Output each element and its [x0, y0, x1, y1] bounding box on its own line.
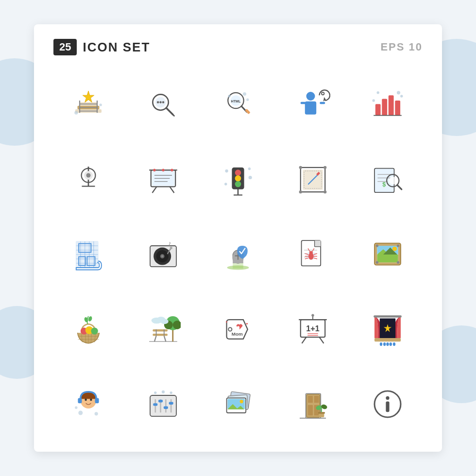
svg-line-154	[164, 336, 166, 342]
svg-point-187	[393, 342, 395, 346]
eps-label: EPS 10	[380, 41, 423, 53]
svg-point-178	[311, 314, 314, 317]
svg-rect-156	[153, 329, 168, 332]
svg-point-229	[386, 396, 389, 400]
svg-point-135	[392, 247, 397, 251]
svg-point-206	[162, 391, 165, 393]
svg-line-17	[172, 114, 174, 116]
svg-point-137	[397, 244, 399, 247]
icon-child-headphones	[53, 369, 123, 439]
svg-point-30	[322, 92, 324, 95]
svg-point-101	[161, 255, 164, 257]
icon-music-player	[53, 145, 123, 215]
svg-rect-28	[301, 102, 306, 104]
svg-point-189	[85, 399, 87, 401]
svg-point-73	[299, 190, 302, 193]
svg-rect-29	[320, 102, 325, 104]
svg-line-83	[397, 185, 402, 189]
svg-point-37	[377, 91, 379, 94]
icon-bar-chart	[353, 70, 423, 140]
svg-point-190	[90, 399, 92, 401]
svg-point-14	[159, 101, 162, 103]
svg-text:HTML: HTML	[231, 99, 241, 103]
svg-point-139	[397, 261, 399, 264]
icon-info-circle	[353, 369, 423, 439]
icon-theater-stage	[353, 294, 423, 364]
svg-rect-202	[158, 400, 163, 402]
svg-point-54	[153, 169, 155, 171]
svg-point-60	[235, 170, 241, 176]
svg-point-138	[376, 261, 378, 264]
icon-html-search: HTML	[203, 70, 273, 140]
svg-point-62	[235, 181, 241, 187]
icon-turntable: ♪	[128, 220, 198, 289]
svg-point-195	[75, 407, 77, 409]
svg-point-63	[225, 170, 228, 172]
svg-rect-201	[153, 403, 157, 406]
svg-rect-179	[374, 338, 401, 341]
svg-point-205	[154, 391, 156, 394]
svg-point-186	[390, 342, 392, 346]
icon-door-plant	[278, 369, 348, 439]
main-card: 25 ICON SET EPS 10	[34, 24, 442, 452]
svg-point-82	[389, 177, 397, 185]
svg-point-184	[383, 342, 386, 346]
icon-grave-shield	[203, 220, 273, 289]
icon-presentation	[128, 145, 198, 215]
svg-text:♪: ♪	[169, 240, 171, 246]
svg-point-149	[91, 327, 98, 334]
svg-rect-223	[318, 412, 325, 414]
page-title: ICON SET	[83, 40, 150, 55]
svg-point-39	[373, 99, 375, 102]
svg-point-103	[170, 247, 172, 249]
svg-marker-112	[315, 240, 321, 247]
icon-math-board: 1+1	[278, 294, 348, 364]
svg-line-52	[153, 187, 157, 193]
svg-line-173	[302, 337, 306, 343]
icon-photos-gallery	[203, 369, 273, 439]
svg-point-72	[323, 166, 326, 169]
icon-christmas-tree	[53, 70, 123, 140]
icon-grid: HTML	[53, 70, 423, 439]
svg-point-55	[170, 169, 173, 171]
svg-marker-8	[83, 91, 94, 102]
svg-line-174	[320, 337, 324, 343]
svg-point-15	[162, 101, 165, 103]
svg-rect-204	[169, 402, 173, 405]
svg-point-136	[376, 244, 378, 247]
svg-text:Mom: Mom	[232, 331, 243, 337]
svg-point-213	[240, 400, 243, 403]
svg-point-64	[248, 168, 251, 170]
icon-mom-tag: Mom ♥ ♥	[203, 294, 273, 364]
svg-point-183	[380, 342, 382, 346]
icon-equalizer	[128, 369, 198, 439]
svg-point-166	[228, 327, 232, 331]
svg-line-53	[170, 187, 174, 193]
svg-text:♥: ♥	[246, 322, 248, 326]
svg-point-71	[299, 166, 302, 169]
icon-fruit-basket	[53, 294, 123, 364]
svg-point-45	[86, 173, 91, 178]
icon-person-settings	[278, 70, 348, 140]
svg-rect-230	[386, 402, 389, 412]
svg-rect-33	[382, 99, 387, 115]
svg-point-61	[235, 175, 241, 182]
svg-point-25	[246, 99, 249, 101]
icon-traffic-light	[203, 145, 273, 215]
svg-point-26	[306, 92, 315, 101]
icon-photo-frame	[278, 145, 348, 215]
icon-bug-report	[278, 220, 348, 289]
svg-rect-155	[153, 334, 168, 336]
svg-point-74	[323, 190, 326, 193]
svg-rect-32	[375, 104, 381, 115]
svg-point-9	[74, 111, 78, 115]
svg-point-40	[400, 95, 403, 97]
svg-point-23	[228, 95, 230, 97]
svg-rect-180	[374, 315, 402, 318]
svg-rect-192	[95, 398, 99, 403]
svg-line-153	[154, 336, 156, 342]
svg-text:$: $	[382, 181, 386, 188]
svg-text:1+1: 1+1	[306, 324, 319, 333]
icon-money-search: $	[353, 145, 423, 215]
svg-rect-203	[164, 407, 168, 409]
